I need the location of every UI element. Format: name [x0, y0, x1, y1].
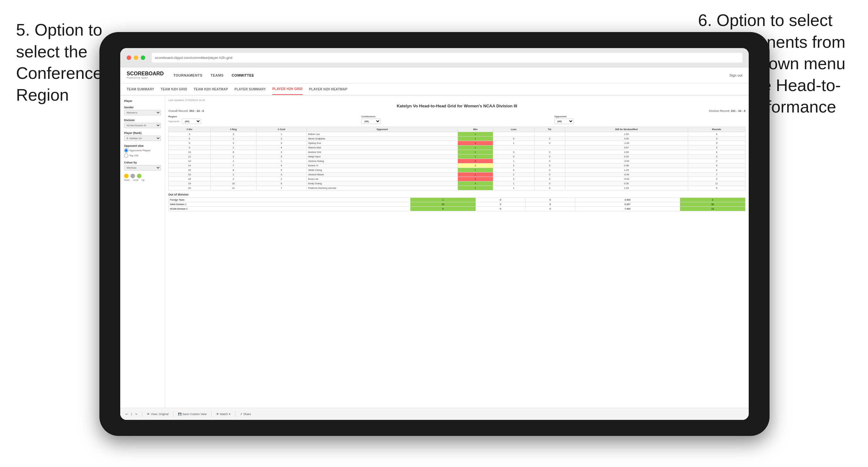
toolbar-watch[interactable]: 👁 Watch ▾ [216, 412, 230, 416]
cell-div: 5 [169, 136, 211, 141]
cell-conf: 5 [256, 155, 307, 159]
sub-nav-player-h2h-heatmap[interactable]: PLAYER H2H HEATMAP [309, 83, 347, 95]
cell-conf: 3 [256, 173, 307, 177]
toolbar-undo[interactable]: ↩ [125, 412, 128, 416]
cell-loss: 1 [493, 181, 534, 186]
toolbar-redo[interactable]: ↪ [135, 412, 137, 416]
cell-win: 4 [458, 181, 493, 186]
sidebar-gender-select[interactable]: Women's Men's [124, 110, 161, 115]
cell-diff: -5.00 [565, 177, 688, 181]
cell-win: 1 [458, 173, 493, 177]
cell-reg: 2 [210, 177, 256, 181]
toolbar-view-original[interactable]: 👁 View: Original [147, 412, 168, 416]
table-row: 15 8 5 Stella Cheng 1 0 0 1.25 4 [169, 168, 745, 173]
watch-icon: 👁 [216, 412, 219, 416]
th-opponent: Opponent [307, 127, 458, 132]
sub-nav-team-summary[interactable]: TEAM SUMMARY [127, 83, 154, 95]
sidebar-player-label: Player [124, 99, 161, 102]
sidebar-opponent-view-section: Opponent view Opponents Played Top 100 [124, 144, 161, 158]
sub-nav-team-h2h-grid[interactable]: TEAM H2H GRID [161, 83, 187, 95]
cell-conf: 2 [256, 177, 307, 181]
view-icon: 👁 [147, 412, 150, 416]
filter-conference: Conference (All) [361, 115, 553, 124]
sidebar-radio-top100-input[interactable] [124, 154, 128, 158]
filter-region-row: Opponents: (All) [168, 119, 360, 124]
browser-dot-red[interactable] [127, 56, 131, 60]
cell-opponent: Emily Chang [307, 181, 458, 186]
table-row: 18 2 2 Euna Lee 0 2 0 -5.00 2 [169, 177, 745, 181]
cell-loss: 0 [493, 136, 534, 141]
nav-sign-out[interactable]: Sign out [730, 73, 742, 77]
sidebar-colour-select[interactable]: Win/loss [124, 165, 161, 170]
cell-diff: 1.33 [565, 186, 688, 190]
sub-nav-player-h2h-grid[interactable]: PLAYER H2H GRID [272, 83, 303, 95]
filter-opponent-select[interactable]: (All) [554, 119, 574, 124]
table-row: 10 6 3 Andrea York 2 0 0 4.00 4 [169, 150, 745, 155]
cell-div: 16 [169, 173, 211, 177]
cell-reg: 1 [210, 146, 256, 150]
sidebar-colour-label: Colour by [124, 161, 161, 164]
sidebar-division-select[interactable]: NCAA Division III [124, 123, 161, 128]
cell-win: 1 [458, 146, 493, 150]
sub-nav-team-h2h-heatmap[interactable]: TEAM H2H HEATMAP [194, 83, 228, 95]
overall-record-label: Overall Record: [168, 109, 189, 113]
toolbar-share-label: Share [243, 412, 251, 416]
browser-url-bar[interactable]: scoreboard.clippd.com/committee/player-h… [152, 53, 742, 62]
data-area: Last Updated: 27/03/2024 16:44 Katelyn V… [165, 95, 749, 420]
cell-div: 13 [169, 159, 211, 163]
nav-item-committee[interactable]: COMMITTEE [231, 73, 254, 77]
sidebar-gender-section: Gender Women's Men's [124, 106, 161, 115]
nav-item-teams[interactable]: TEAMS [210, 73, 223, 77]
table-row: 6 3 3 Sydney Kuo 0 1 0 -1.00 3 [169, 141, 745, 146]
color-indicators [124, 174, 161, 178]
cell-loss: 1 [493, 186, 534, 190]
share-icon: ↗ [240, 412, 242, 416]
sidebar-player-rank-select[interactable]: 8. Katelyn Vo [124, 135, 161, 141]
sidebar-radio-opponents-played-label: Opponents Played [129, 149, 150, 152]
cell-conf: 3 [256, 141, 307, 146]
color-label-level: Level [133, 179, 138, 181]
sidebar-division-label: Division [124, 119, 161, 122]
filter-region-label: Region [168, 115, 360, 118]
cell-diff: 0.30 [565, 181, 688, 186]
cell-opponent: Heejo Hyun [307, 155, 458, 159]
app-container: SCOREBOARD Powered by clippd TOURNAMENTS… [120, 67, 749, 420]
filter-region-select[interactable]: (All) [182, 119, 201, 124]
out-of-div-table: Foreign Team 1 0 0 4.500 2 NAIA Division… [168, 197, 745, 211]
table-row: 14 7 4 Eunice Yi 2 2 0 0.38 9 [169, 163, 745, 168]
division-record: Division Record: 331 - 34 - 6 [709, 109, 745, 113]
sidebar-radio-opponents-played[interactable]: Opponents Played [124, 148, 161, 153]
top-nav: SCOREBOARD Powered by clippd TOURNAMENTS… [120, 67, 749, 83]
browser-dot-yellow[interactable] [134, 56, 138, 60]
logo-sub: Powered by clippd [127, 76, 164, 79]
overall-record: Overall Record: 353 - 34 - 6 [168, 109, 204, 113]
cell-reg: 7 [210, 163, 256, 168]
filter-conference-select[interactable]: (All) [361, 119, 381, 124]
cell-tie [534, 146, 565, 150]
toolbar-share[interactable]: ↗ Share [240, 412, 251, 416]
cell-win: 2 [458, 186, 493, 190]
cell-diff: 4.00 [565, 150, 688, 155]
sidebar-radio-group: Opponents Played Top 100 [124, 148, 161, 158]
cell-reg: 2 [210, 136, 256, 141]
sidebar-radio-opponents-played-input[interactable] [124, 148, 128, 153]
ood-win: 15 [410, 202, 475, 207]
sidebar-radio-top100[interactable]: Top 100 [124, 154, 161, 158]
th-conf: # Conf [256, 127, 307, 132]
ood-tie: 0 [525, 198, 575, 202]
cell-rounds: 4 [688, 150, 745, 155]
cell-reg: 1 [210, 159, 256, 163]
nav-item-tournaments[interactable]: TOURNAMENTS [174, 73, 203, 77]
cell-div: 15 [169, 168, 211, 173]
cell-tie: 0 [534, 150, 565, 155]
browser-dot-green[interactable] [141, 56, 145, 60]
toolbar-save-custom[interactable]: 💾 Save Custom View [178, 412, 207, 416]
ood-name: Foreign Team [169, 198, 410, 202]
color-label-down: Down [124, 179, 130, 181]
sub-nav-player-summary[interactable]: PLAYER SUMMARY [235, 83, 266, 95]
cell-div: 10 [169, 150, 211, 155]
last-updated: Last Updated: 27/03/2024 16:44 [168, 99, 205, 102]
th-loss: Loss [493, 127, 534, 132]
cell-conf: 6 [256, 181, 307, 186]
ood-diff: 9.267 [575, 202, 680, 207]
